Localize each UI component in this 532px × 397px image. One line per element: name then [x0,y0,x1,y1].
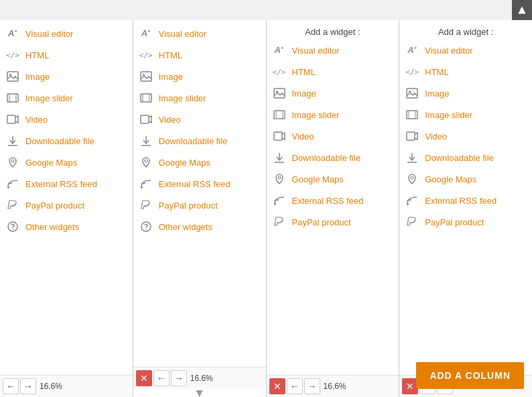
widget-item-video[interactable]: Video [267,125,399,147]
video-icon [405,129,419,144]
widget-label-downloadable: Downloadable file [25,136,94,146]
widget-label-video: Video [425,131,447,141]
column-1-move-left-button[interactable]: ← [3,378,19,394]
external-rss-icon [5,176,20,191]
widget-label-google-maps: Google Maps [292,174,344,184]
widget-item-google-maps[interactable]: Google Maps [133,152,266,173]
downloadable-icon [139,133,153,148]
widget-item-image[interactable]: Image [0,66,133,87]
widget-label-html: HTML [25,50,49,60]
widget-label-external-rss: External RSS feed [292,196,364,206]
widget-item-paypal[interactable]: PayPal product [399,211,532,233]
widget-item-other-widgets[interactable]: Other widgets [0,216,133,237]
downloadable-icon [272,150,287,165]
widget-item-downloadable[interactable]: Downloadable file [133,130,266,152]
widget-label-image: Image [159,72,183,82]
add-column-button[interactable]: ADD A COLUMN [416,362,524,389]
widget-item-html[interactable]: </>HTML [133,44,266,66]
svg-rect-14 [141,94,151,102]
widget-item-external-rss[interactable]: External RSS feed [399,190,532,211]
widget-label-external-rss: External RSS feed [425,196,496,206]
widget-item-paypal[interactable]: PayPal product [133,194,266,216]
widget-item-image[interactable]: Image [267,82,399,104]
widget-item-image-slider[interactable]: Image slider [399,104,532,125]
widget-item-image-slider[interactable]: Image slider [133,87,266,109]
column-2-content[interactable]: A+Visual editor</>HTMLImageImage sliderV… [133,20,266,367]
widget-item-video[interactable]: Video [399,125,532,147]
column-3-move-right-button[interactable]: → [304,378,320,394]
widget-label-external-rss: External RSS feed [159,179,230,189]
widget-item-visual-editor[interactable]: A+Visual editor [267,40,399,61]
widget-item-external-rss[interactable]: External RSS feed [0,173,133,194]
visual-editor-icon: A+ [139,26,153,41]
widget-label-paypal: PayPal product [425,217,484,227]
widget-item-google-maps[interactable]: Google Maps [267,168,399,190]
column-2-move-left-button[interactable]: ← [153,370,170,386]
svg-point-31 [274,203,276,205]
columns-area: A+Visual editor</>HTMLImageImage sliderV… [0,20,532,397]
svg-point-19 [145,160,147,162]
column-4: Add a widget :A+Visual editor</>HTMLImag… [399,20,532,397]
column-2-delete-button[interactable]: ✕ [136,370,152,386]
column-3-delete-button[interactable]: ✕ [269,378,285,394]
widget-label-paypal: PayPal product [25,201,84,211]
widget-item-image[interactable]: Image [399,82,532,104]
widget-item-paypal[interactable]: PayPal product [0,194,133,216]
other-widgets-icon [5,219,20,234]
widget-item-image-slider[interactable]: Image slider [0,87,133,109]
column-1-move-right-button[interactable]: → [20,378,36,394]
column-3: Add a widget :A+Visual editor</>HTMLImag… [267,20,400,397]
video-icon [5,112,20,127]
widget-label-downloadable: Downloadable file [159,136,228,146]
column-3-content[interactable]: Add a widget :A+Visual editor</>HTMLImag… [267,20,399,375]
widget-item-downloadable[interactable]: Downloadable file [267,147,399,168]
widget-label-image: Image [25,72,50,82]
scroll-top-button[interactable] [512,0,532,20]
widget-label-other-widgets: Other widgets [25,222,79,232]
video-icon [139,112,153,127]
widget-item-html[interactable]: </>HTML [267,61,399,82]
widget-item-video[interactable]: Video [133,109,266,130]
column-2-percent: 16.6% [188,374,215,383]
svg-point-20 [141,186,143,188]
html-icon: </> [272,64,287,79]
widget-label-visual-editor: Visual editor [292,46,340,56]
widget-item-downloadable[interactable]: Downloadable file [0,130,133,152]
widget-label-image: Image [292,89,316,99]
widget-item-paypal[interactable]: PayPal product [267,211,399,233]
google-maps-icon [272,172,287,186]
widget-item-html[interactable]: </>HTML [0,44,133,66]
image-slider-icon [5,91,20,105]
widget-item-external-rss[interactable]: External RSS feed [267,190,399,211]
widget-item-visual-editor[interactable]: A+Visual editor [133,23,266,44]
column-3-percent: 16.6% [322,382,348,391]
widget-label-image-slider: Image slider [159,93,206,103]
widget-item-video[interactable]: Video [0,109,133,130]
widget-item-downloadable[interactable]: Downloadable file [399,147,532,168]
widget-item-google-maps[interactable]: Google Maps [399,168,532,190]
widget-item-external-rss[interactable]: External RSS feed [133,173,266,194]
image-icon [405,86,419,101]
column-1-content[interactable]: A+Visual editor</>HTMLImageImage sliderV… [0,20,133,375]
svg-point-40 [407,203,409,205]
downloadable-icon [5,133,20,148]
widget-item-visual-editor[interactable]: A+Visual editor [399,40,532,61]
widget-label-downloadable: Downloadable file [292,153,361,163]
external-rss-icon [272,193,287,208]
html-icon: </> [405,64,419,79]
widget-item-google-maps[interactable]: Google Maps [0,152,133,173]
column-2-move-right-button[interactable]: → [171,370,187,386]
widget-label-visual-editor: Visual editor [25,29,73,39]
column-2-resize-handle[interactable] [196,390,203,397]
external-rss-icon [139,176,153,191]
widget-item-image-slider[interactable]: Image slider [267,104,399,125]
image-icon [139,69,153,84]
column-1-percent: 16.6% [38,382,64,391]
column-3-move-left-button[interactable]: ← [287,378,303,394]
widget-item-image[interactable]: Image [133,66,266,87]
widget-item-html[interactable]: </>HTML [399,61,532,82]
widget-item-visual-editor[interactable]: A+Visual editor [0,23,133,44]
widget-item-other-widgets[interactable]: Other widgets [133,216,266,237]
video-icon [272,129,287,144]
column-4-content[interactable]: Add a widget :A+Visual editor</>HTMLImag… [399,20,532,375]
